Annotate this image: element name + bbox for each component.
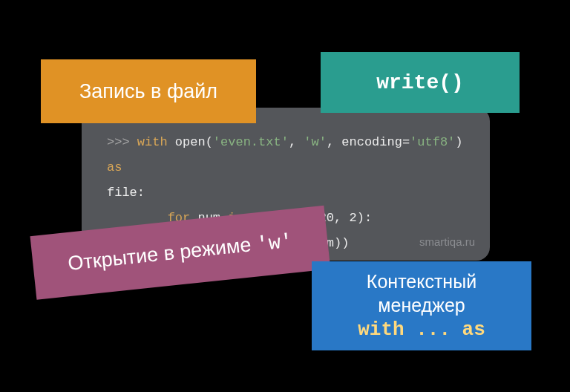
repl-prompt: >>> [107, 135, 137, 149]
label-line-2: менеджер [378, 293, 465, 318]
close-paren: ) [455, 135, 462, 149]
sep: , [289, 135, 304, 149]
kw-with: with [137, 135, 168, 149]
label-accent: with ... as [358, 318, 485, 343]
label-write-to-file: Запись в файл [41, 59, 256, 123]
label-text: Открытие в режиме [67, 232, 258, 275]
fn-open: open( [168, 135, 213, 149]
label-mono: 'w' [255, 230, 293, 256]
str-mode: 'w' [304, 135, 327, 149]
label-text: Запись в файл [79, 80, 217, 103]
label-line-1: Контекстный [367, 270, 476, 294]
watermark: smartiqa.ru [419, 231, 475, 253]
str-filename: 'even.txt' [213, 135, 289, 149]
code-line-2: file: [107, 180, 468, 206]
label-write-method: write() [321, 52, 520, 113]
kw-as: as [107, 160, 122, 174]
kwarg-encoding: , encoding= [327, 135, 410, 149]
str-encoding: 'utf8' [410, 135, 455, 149]
label-text: write() [376, 71, 464, 94]
label-context-manager: Контекстный менеджер with ... as [312, 261, 531, 350]
code-line-1: >>> with open('even.txt', 'w', encoding=… [107, 130, 468, 180]
